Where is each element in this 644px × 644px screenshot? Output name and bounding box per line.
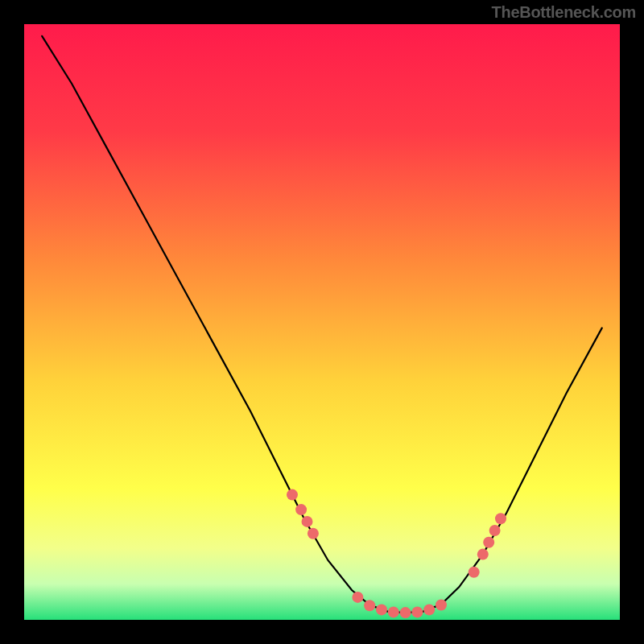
- curve-marker: [495, 513, 506, 524]
- curve-marker: [411, 606, 423, 617]
- curve-marker: [436, 600, 447, 611]
- curve-marker: [352, 592, 363, 603]
- curve-marker: [376, 604, 387, 615]
- curve-marker: [477, 549, 489, 560]
- curve-marker: [364, 600, 375, 611]
- curve-marker: [489, 525, 501, 536]
- curve-marker: [287, 489, 298, 501]
- curve-marker: [400, 607, 411, 618]
- curve-marker: [469, 567, 480, 578]
- curve-marker: [302, 516, 313, 527]
- curve-marker: [483, 537, 494, 548]
- curve-marker: [295, 504, 307, 515]
- chart-stage: TheBottleneck.com: [0, 0, 644, 644]
- bottleneck-chart: [0, 0, 644, 644]
- plot-background: [24, 24, 620, 620]
- curve-marker: [388, 606, 399, 617]
- curve-marker: [423, 604, 435, 615]
- curve-marker: [308, 528, 319, 539]
